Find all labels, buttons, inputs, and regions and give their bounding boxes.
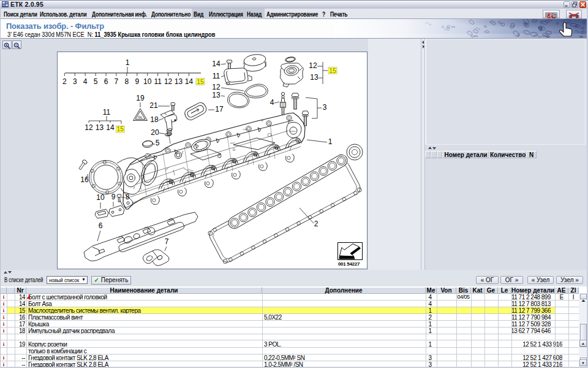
svg-text:3: 3 (323, 103, 327, 112)
svg-text:9: 9 (111, 193, 116, 201)
svg-text:16: 16 (80, 175, 89, 184)
svg-text:13: 13 (212, 91, 221, 99)
svg-text:14: 14 (212, 59, 221, 68)
svg-text:6: 6 (99, 221, 103, 230)
svg-text:15: 15 (116, 125, 124, 132)
svg-text:4: 4 (83, 77, 88, 86)
svg-text:7: 7 (115, 77, 119, 86)
svg-text:14: 14 (185, 77, 194, 86)
svg-text:11: 11 (154, 77, 162, 86)
svg-text:6: 6 (104, 77, 108, 86)
svg-text:GL: GL (138, 115, 142, 119)
svg-text:17: 17 (215, 105, 224, 113)
svg-text:7: 7 (165, 237, 169, 246)
svg-text:21: 21 (149, 101, 158, 110)
svg-text:15: 15 (197, 78, 204, 85)
svg-text:10: 10 (143, 77, 152, 86)
svg-text:13: 13 (96, 123, 104, 132)
svg-text:9: 9 (135, 77, 139, 86)
svg-text:1: 1 (126, 58, 130, 67)
svg-text:12: 12 (212, 83, 221, 91)
svg-text:14: 14 (106, 123, 115, 132)
svg-text:5: 5 (156, 139, 160, 147)
svg-text:001 54227: 001 54227 (338, 261, 360, 267)
svg-text:1: 1 (328, 137, 333, 146)
svg-text:15: 15 (329, 67, 336, 74)
svg-text:19: 19 (136, 94, 145, 102)
svg-text:12: 12 (85, 123, 93, 132)
svg-text:20: 20 (151, 128, 159, 137)
svg-text:2: 2 (314, 220, 318, 228)
svg-text:13: 13 (310, 73, 318, 82)
svg-text:13: 13 (175, 77, 183, 86)
svg-text:11: 11 (103, 108, 111, 117)
svg-text:10: 10 (96, 193, 105, 202)
svg-text:5: 5 (94, 77, 98, 86)
svg-text:3: 3 (73, 77, 77, 86)
svg-text:11: 11 (213, 72, 221, 80)
svg-text:2: 2 (62, 77, 67, 86)
svg-text:12: 12 (309, 61, 317, 70)
svg-text:18: 18 (150, 115, 159, 124)
svg-text:4: 4 (270, 98, 274, 107)
svg-text:12: 12 (164, 77, 173, 86)
svg-text:8: 8 (125, 77, 129, 86)
svg-text:8: 8 (126, 193, 130, 201)
